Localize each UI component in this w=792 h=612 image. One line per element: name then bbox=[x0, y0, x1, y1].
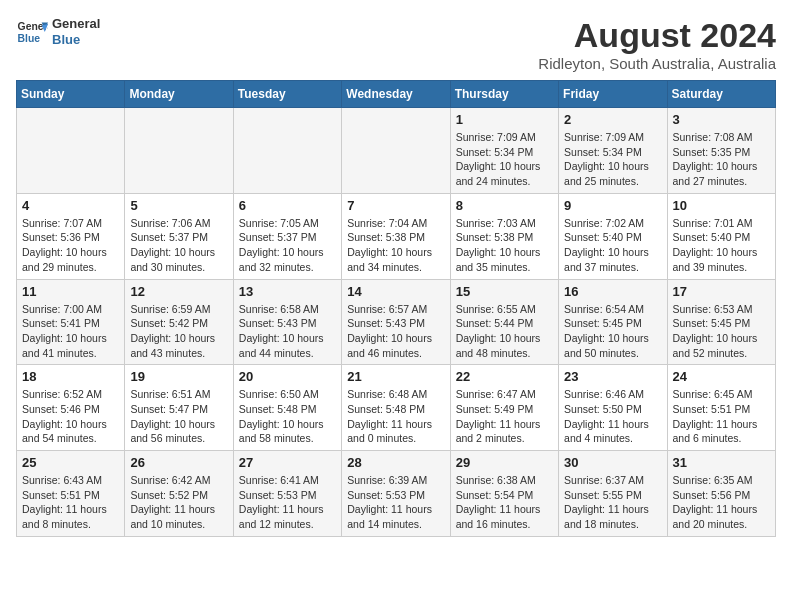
day-info: Sunrise: 7:04 AMSunset: 5:38 PMDaylight:… bbox=[347, 216, 444, 275]
day-info: Sunrise: 7:05 AMSunset: 5:37 PMDaylight:… bbox=[239, 216, 336, 275]
day-number: 13 bbox=[239, 284, 336, 299]
calendar-cell bbox=[233, 108, 341, 194]
calendar-cell: 16Sunrise: 6:54 AMSunset: 5:45 PMDayligh… bbox=[559, 279, 667, 365]
calendar-cell bbox=[342, 108, 450, 194]
day-number: 12 bbox=[130, 284, 227, 299]
calendar-cell: 20Sunrise: 6:50 AMSunset: 5:48 PMDayligh… bbox=[233, 365, 341, 451]
day-number: 6 bbox=[239, 198, 336, 213]
logo-text-blue: Blue bbox=[52, 32, 100, 48]
day-info: Sunrise: 6:46 AMSunset: 5:50 PMDaylight:… bbox=[564, 387, 661, 446]
day-info: Sunrise: 6:38 AMSunset: 5:54 PMDaylight:… bbox=[456, 473, 553, 532]
calendar-cell: 22Sunrise: 6:47 AMSunset: 5:49 PMDayligh… bbox=[450, 365, 558, 451]
calendar-cell: 14Sunrise: 6:57 AMSunset: 5:43 PMDayligh… bbox=[342, 279, 450, 365]
calendar-cell: 7Sunrise: 7:04 AMSunset: 5:38 PMDaylight… bbox=[342, 193, 450, 279]
calendar-cell: 18Sunrise: 6:52 AMSunset: 5:46 PMDayligh… bbox=[17, 365, 125, 451]
day-number: 22 bbox=[456, 369, 553, 384]
day-number: 29 bbox=[456, 455, 553, 470]
logo-text-general: General bbox=[52, 16, 100, 32]
day-number: 16 bbox=[564, 284, 661, 299]
day-number: 11 bbox=[22, 284, 119, 299]
day-info: Sunrise: 6:51 AMSunset: 5:47 PMDaylight:… bbox=[130, 387, 227, 446]
calendar-cell: 31Sunrise: 6:35 AMSunset: 5:56 PMDayligh… bbox=[667, 451, 775, 537]
week-row-3: 11Sunrise: 7:00 AMSunset: 5:41 PMDayligh… bbox=[17, 279, 776, 365]
day-info: Sunrise: 6:35 AMSunset: 5:56 PMDaylight:… bbox=[673, 473, 770, 532]
day-info: Sunrise: 7:03 AMSunset: 5:38 PMDaylight:… bbox=[456, 216, 553, 275]
day-info: Sunrise: 6:43 AMSunset: 5:51 PMDaylight:… bbox=[22, 473, 119, 532]
title-area: August 2024 Ridleyton, South Australia, … bbox=[538, 16, 776, 72]
day-number: 9 bbox=[564, 198, 661, 213]
calendar-cell: 28Sunrise: 6:39 AMSunset: 5:53 PMDayligh… bbox=[342, 451, 450, 537]
calendar-cell: 9Sunrise: 7:02 AMSunset: 5:40 PMDaylight… bbox=[559, 193, 667, 279]
day-info: Sunrise: 7:06 AMSunset: 5:37 PMDaylight:… bbox=[130, 216, 227, 275]
day-info: Sunrise: 6:53 AMSunset: 5:45 PMDaylight:… bbox=[673, 302, 770, 361]
calendar-cell: 15Sunrise: 6:55 AMSunset: 5:44 PMDayligh… bbox=[450, 279, 558, 365]
calendar-cell: 26Sunrise: 6:42 AMSunset: 5:52 PMDayligh… bbox=[125, 451, 233, 537]
week-row-5: 25Sunrise: 6:43 AMSunset: 5:51 PMDayligh… bbox=[17, 451, 776, 537]
calendar-cell: 27Sunrise: 6:41 AMSunset: 5:53 PMDayligh… bbox=[233, 451, 341, 537]
calendar-cell: 5Sunrise: 7:06 AMSunset: 5:37 PMDaylight… bbox=[125, 193, 233, 279]
main-title: August 2024 bbox=[538, 16, 776, 55]
calendar-cell: 3Sunrise: 7:08 AMSunset: 5:35 PMDaylight… bbox=[667, 108, 775, 194]
day-number: 15 bbox=[456, 284, 553, 299]
calendar-cell: 6Sunrise: 7:05 AMSunset: 5:37 PMDaylight… bbox=[233, 193, 341, 279]
day-number: 7 bbox=[347, 198, 444, 213]
header-saturday: Saturday bbox=[667, 81, 775, 108]
day-info: Sunrise: 7:09 AMSunset: 5:34 PMDaylight:… bbox=[564, 130, 661, 189]
day-number: 27 bbox=[239, 455, 336, 470]
day-info: Sunrise: 6:37 AMSunset: 5:55 PMDaylight:… bbox=[564, 473, 661, 532]
calendar-cell: 11Sunrise: 7:00 AMSunset: 5:41 PMDayligh… bbox=[17, 279, 125, 365]
day-number: 19 bbox=[130, 369, 227, 384]
svg-text:Blue: Blue bbox=[18, 33, 41, 44]
header-friday: Friday bbox=[559, 81, 667, 108]
day-number: 14 bbox=[347, 284, 444, 299]
calendar-cell: 23Sunrise: 6:46 AMSunset: 5:50 PMDayligh… bbox=[559, 365, 667, 451]
day-number: 26 bbox=[130, 455, 227, 470]
day-info: Sunrise: 6:48 AMSunset: 5:48 PMDaylight:… bbox=[347, 387, 444, 446]
day-number: 2 bbox=[564, 112, 661, 127]
week-row-2: 4Sunrise: 7:07 AMSunset: 5:36 PMDaylight… bbox=[17, 193, 776, 279]
calendar-cell: 30Sunrise: 6:37 AMSunset: 5:55 PMDayligh… bbox=[559, 451, 667, 537]
day-number: 21 bbox=[347, 369, 444, 384]
calendar-cell: 17Sunrise: 6:53 AMSunset: 5:45 PMDayligh… bbox=[667, 279, 775, 365]
day-info: Sunrise: 6:41 AMSunset: 5:53 PMDaylight:… bbox=[239, 473, 336, 532]
day-info: Sunrise: 7:01 AMSunset: 5:40 PMDaylight:… bbox=[673, 216, 770, 275]
calendar-cell: 2Sunrise: 7:09 AMSunset: 5:34 PMDaylight… bbox=[559, 108, 667, 194]
day-number: 31 bbox=[673, 455, 770, 470]
calendar-cell: 10Sunrise: 7:01 AMSunset: 5:40 PMDayligh… bbox=[667, 193, 775, 279]
day-number: 1 bbox=[456, 112, 553, 127]
calendar-cell: 13Sunrise: 6:58 AMSunset: 5:43 PMDayligh… bbox=[233, 279, 341, 365]
header-tuesday: Tuesday bbox=[233, 81, 341, 108]
day-number: 23 bbox=[564, 369, 661, 384]
calendar-cell: 8Sunrise: 7:03 AMSunset: 5:38 PMDaylight… bbox=[450, 193, 558, 279]
page-header: General Blue General Blue August 2024 Ri… bbox=[16, 16, 776, 72]
week-row-1: 1Sunrise: 7:09 AMSunset: 5:34 PMDaylight… bbox=[17, 108, 776, 194]
day-number: 5 bbox=[130, 198, 227, 213]
day-number: 17 bbox=[673, 284, 770, 299]
day-info: Sunrise: 6:39 AMSunset: 5:53 PMDaylight:… bbox=[347, 473, 444, 532]
logo: General Blue General Blue bbox=[16, 16, 100, 48]
calendar-cell: 12Sunrise: 6:59 AMSunset: 5:42 PMDayligh… bbox=[125, 279, 233, 365]
day-info: Sunrise: 6:45 AMSunset: 5:51 PMDaylight:… bbox=[673, 387, 770, 446]
day-info: Sunrise: 6:50 AMSunset: 5:48 PMDaylight:… bbox=[239, 387, 336, 446]
day-info: Sunrise: 6:59 AMSunset: 5:42 PMDaylight:… bbox=[130, 302, 227, 361]
day-info: Sunrise: 7:00 AMSunset: 5:41 PMDaylight:… bbox=[22, 302, 119, 361]
day-number: 3 bbox=[673, 112, 770, 127]
day-number: 8 bbox=[456, 198, 553, 213]
header-wednesday: Wednesday bbox=[342, 81, 450, 108]
day-number: 30 bbox=[564, 455, 661, 470]
calendar-cell: 19Sunrise: 6:51 AMSunset: 5:47 PMDayligh… bbox=[125, 365, 233, 451]
calendar-cell: 24Sunrise: 6:45 AMSunset: 5:51 PMDayligh… bbox=[667, 365, 775, 451]
logo-icon: General Blue bbox=[16, 16, 48, 48]
day-info: Sunrise: 6:55 AMSunset: 5:44 PMDaylight:… bbox=[456, 302, 553, 361]
header-sunday: Sunday bbox=[17, 81, 125, 108]
day-info: Sunrise: 6:47 AMSunset: 5:49 PMDaylight:… bbox=[456, 387, 553, 446]
day-number: 28 bbox=[347, 455, 444, 470]
calendar-cell: 21Sunrise: 6:48 AMSunset: 5:48 PMDayligh… bbox=[342, 365, 450, 451]
day-info: Sunrise: 6:57 AMSunset: 5:43 PMDaylight:… bbox=[347, 302, 444, 361]
day-number: 25 bbox=[22, 455, 119, 470]
day-info: Sunrise: 7:02 AMSunset: 5:40 PMDaylight:… bbox=[564, 216, 661, 275]
calendar-table: SundayMondayTuesdayWednesdayThursdayFrid… bbox=[16, 80, 776, 537]
calendar-cell: 25Sunrise: 6:43 AMSunset: 5:51 PMDayligh… bbox=[17, 451, 125, 537]
calendar-cell: 4Sunrise: 7:07 AMSunset: 5:36 PMDaylight… bbox=[17, 193, 125, 279]
day-number: 4 bbox=[22, 198, 119, 213]
